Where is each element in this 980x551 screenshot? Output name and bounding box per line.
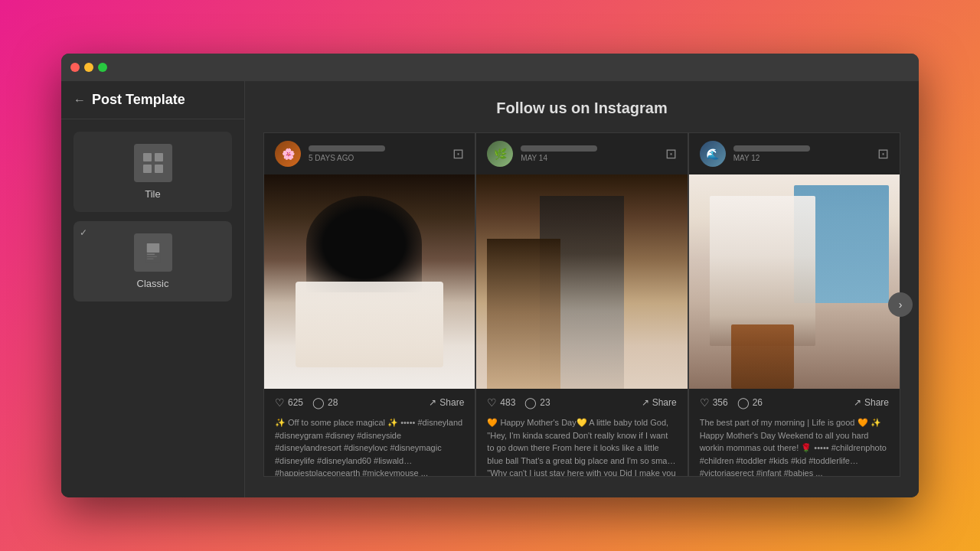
post-header-3: 🌊 MAY 12 ⊡ [689,133,900,174]
heart-icon-1: ♡ [275,396,285,409]
share-button-2[interactable]: ↗ Share [642,397,677,408]
sidebar-title: Post Template [92,92,185,108]
post-header-2: 🌿 MAY 14 ⊡ [476,133,687,174]
post-meta-2: MAY 14 [521,145,657,162]
username-bar-3 [733,145,810,152]
share-label-2: Share [652,397,677,408]
maximize-button[interactable] [98,63,107,72]
avatar-2: 🌿 [487,141,513,167]
window-body: ← Post Template Tile [61,81,919,497]
comments-2: ◯ 23 [524,396,550,409]
instagram-icon-2: ⊡ [665,145,677,162]
svg-rect-7 [146,256,157,258]
heart-icon-2: ♡ [487,396,497,409]
post-image-2 [476,174,687,389]
comment-count-2: 23 [540,397,550,408]
post-meta-1: 5 DAYS AGO [309,145,445,162]
svg-rect-0 [143,153,152,161]
like-count-1: 625 [288,397,303,408]
template-classic[interactable]: ✓ Classic [74,221,232,302]
selected-checkmark: ✓ [80,227,87,238]
likes-1: ♡ 625 [275,396,303,409]
tile-icon [134,144,172,182]
close-button[interactable] [70,63,80,72]
instagram-icon-1: ⊡ [452,145,464,162]
share-icon-2: ↗ [642,397,649,408]
post-caption-2: 🧡 Happy Mother's Day💛 A little baby told… [476,416,687,476]
post-card-1: 🌸 5 DAYS AGO ⊡ [263,132,475,477]
avatar-1: 🌸 [275,141,301,167]
main-content: Follow us on Instagram 🌸 5 DAYS AGO ⊡ [245,81,919,497]
share-icon-1: ↗ [429,397,436,408]
post-caption-1: ✨ Off to some place magical ✨ ••••• #dis… [264,416,475,476]
comments-1: ◯ 28 [312,396,338,409]
post-date-2: MAY 14 [521,154,657,162]
feed-title: Follow us on Instagram [263,99,900,117]
post-meta-3: MAY 12 [733,145,870,162]
svg-rect-8 [146,259,153,260]
back-button[interactable]: ← [74,93,86,107]
comment-icon-3: ◯ [737,396,750,409]
share-button-1[interactable]: ↗ Share [429,397,464,408]
comment-count-3: 26 [753,397,763,408]
share-label-1: Share [439,397,464,408]
username-bar-2 [521,145,597,152]
classic-icon [134,233,172,272]
sidebar: ← Post Template Tile [61,81,245,497]
svg-rect-2 [143,165,152,173]
post-card-3: 🌊 MAY 12 ⊡ [688,132,900,477]
app-window: ← Post Template Tile [61,54,919,497]
post-stats-1: ♡ 625 ◯ 28 ↗ Share [264,389,475,416]
traffic-lights [70,63,107,72]
svg-rect-1 [155,153,163,161]
username-bar-1 [309,145,385,152]
comment-count-1: 28 [328,397,338,408]
next-button[interactable]: › [888,292,913,317]
posts-wrapper: 🌸 5 DAYS AGO ⊡ [263,132,900,477]
sidebar-content: Tile ✓ Classic [61,119,244,314]
post-date-1: 5 DAYS AGO [309,154,445,162]
like-count-2: 483 [500,397,515,408]
post-header-1: 🌸 5 DAYS AGO ⊡ [264,133,475,174]
comment-icon-2: ◯ [524,396,537,409]
share-icon-3: ↗ [854,397,861,408]
post-caption-3: The best part of my morning | Life is go… [689,416,900,476]
post-stats-2: ♡ 483 ◯ 23 ↗ Share [476,389,687,416]
template-tile[interactable]: Tile [74,132,232,212]
post-date-3: MAY 12 [733,154,870,162]
share-label-3: Share [864,397,889,408]
likes-3: ♡ 356 [700,396,728,409]
comments-3: ◯ 26 [737,396,763,409]
svg-rect-6 [146,254,155,256]
title-bar [61,54,919,81]
post-card-2: 🌿 MAY 14 ⊡ [475,132,688,477]
instagram-icon-3: ⊡ [877,145,889,162]
share-button-3[interactable]: ↗ Share [854,397,889,408]
post-image-3 [689,174,900,389]
like-count-3: 356 [713,397,728,408]
likes-2: ♡ 483 [487,396,515,409]
heart-icon-3: ♡ [700,396,710,409]
post-stats-3: ♡ 356 ◯ 26 ↗ Share [689,389,900,416]
avatar-3: 🌊 [700,141,726,167]
svg-rect-3 [155,165,163,173]
post-image-1 [264,174,475,389]
svg-rect-5 [146,243,159,253]
sidebar-header: ← Post Template [61,81,244,119]
classic-label: Classic [137,278,169,289]
comment-icon-1: ◯ [312,396,325,409]
minimize-button[interactable] [84,63,93,72]
tile-label: Tile [145,188,160,200]
